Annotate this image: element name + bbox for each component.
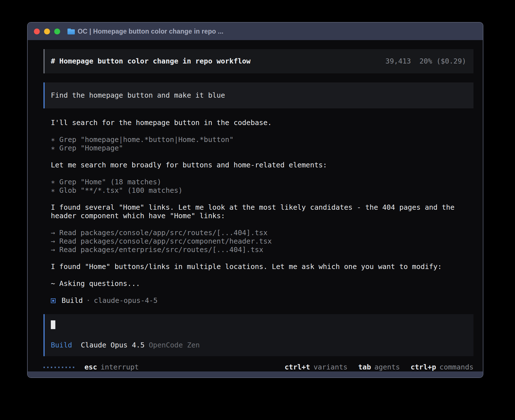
window-titlebar[interactable]: OC | Homepage button color change in rep… xyxy=(28,23,483,40)
keybind-label: variants xyxy=(313,363,347,371)
keybind-label: agents xyxy=(374,363,400,371)
keybind-key: ctrl+p xyxy=(411,363,436,371)
agent-icon xyxy=(51,298,56,303)
tool-call-read: → Read packages/console/app/src/routes/[… xyxy=(51,229,473,237)
keybind-key: ctrl+t xyxy=(285,363,310,371)
keybind-label: commands xyxy=(440,363,473,371)
terminal-window: OC | Homepage button color change in rep… xyxy=(27,22,483,378)
window-title: OC | Homepage button color change in rep… xyxy=(78,28,223,35)
tool-call-group: ∗ Grep "Home" (18 matches) ∗ Glob "**/*.… xyxy=(51,178,473,195)
text-cursor xyxy=(51,320,55,329)
close-window-button[interactable] xyxy=(34,29,40,34)
keybind-key: tab xyxy=(358,363,371,371)
assistant-status-text: ~ Asking questions... xyxy=(51,279,473,288)
tool-call-grep: ∗ Grep "Homepage" xyxy=(51,144,473,152)
input-model-provider: OpenCode Zen xyxy=(149,341,200,349)
context-cost: 20% ($0.29) xyxy=(419,57,466,65)
assistant-text: I'll search for the homepage button in t… xyxy=(51,119,473,127)
assistant-text: I found several "Home" links. Let me loo… xyxy=(51,203,473,220)
user-message: Find the homepage button and make it blu… xyxy=(43,82,473,108)
tool-call-read: → Read packages/enterprise/src/routes/[.… xyxy=(51,246,473,254)
tool-call-grep: ∗ Grep "homepage|home.*button|Home.*butt… xyxy=(51,135,473,144)
status-bar: esc interrupt ctrl+t variants tab agents… xyxy=(43,363,473,371)
session-header: # Homepage button color change in repo w… xyxy=(43,49,473,73)
status-right: ctrl+t variants tab agents ctrl+p comman… xyxy=(285,363,473,371)
terminal-content: # Homepage button color change in repo w… xyxy=(28,40,483,371)
tool-call-read: → Read packages/console/app/src/componen… xyxy=(51,237,473,246)
session-title: # Homepage button color change in repo w… xyxy=(51,57,250,65)
token-count: 39,413 xyxy=(385,57,411,65)
agent-badge: Build · claude-opus-4-5 xyxy=(51,296,473,305)
user-message-text: Find the homepage button and make it blu… xyxy=(51,91,225,99)
agent-model: claude-opus-4-5 xyxy=(94,296,158,305)
agent-name: Build xyxy=(62,296,83,305)
prompt-input[interactable]: Build Claude Opus 4.5 OpenCode Zen xyxy=(43,314,473,356)
esc-key-label: interrupt xyxy=(101,363,139,371)
input-agent-label[interactable]: Build xyxy=(51,341,72,349)
keybind-hint-variants: ctrl+t variants xyxy=(285,363,348,371)
input-model-line: Build Claude Opus 4.5 OpenCode Zen xyxy=(51,341,467,349)
agent-separator: · xyxy=(86,296,90,305)
session-stats: 39,413 20% ($0.29) xyxy=(385,57,466,65)
esc-key-hint: esc xyxy=(84,363,97,371)
assistant-text: Let me search more broadly for buttons a… xyxy=(51,161,473,169)
traffic-lights xyxy=(34,29,60,34)
keybind-hint-agents: tab agents xyxy=(358,363,400,371)
tool-call-grep: ∗ Grep "Home" (18 matches) xyxy=(51,178,473,186)
input-model-name[interactable]: Claude Opus 4.5 xyxy=(81,341,145,349)
window-footer xyxy=(28,371,483,378)
keybind-hint-commands: ctrl+p commands xyxy=(411,363,473,371)
tool-call-group: → Read packages/console/app/src/routes/[… xyxy=(51,229,473,254)
zoom-window-button[interactable] xyxy=(54,29,60,34)
folder-icon xyxy=(67,29,75,34)
assistant-text: I found "Home" buttons/links in multiple… xyxy=(51,262,473,271)
tool-call-group: ∗ Grep "homepage|home.*button|Home.*butt… xyxy=(51,135,473,152)
minimize-window-button[interactable] xyxy=(44,29,50,34)
spinner-dots xyxy=(43,367,74,368)
status-left: esc interrupt xyxy=(43,363,139,371)
tool-call-glob: ∗ Glob "**/*.tsx" (100 matches) xyxy=(51,186,473,195)
